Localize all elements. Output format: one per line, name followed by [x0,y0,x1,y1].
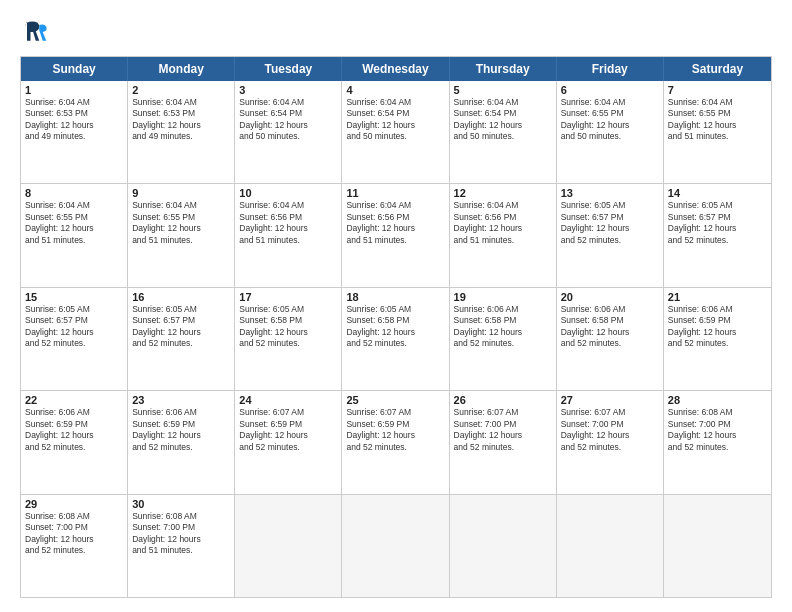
day-number: 8 [25,187,123,199]
day-number: 3 [239,84,337,96]
calendar-cell-2-5: 20Sunrise: 6:06 AMSunset: 6:58 PMDayligh… [557,288,664,390]
calendar-cell-2-0: 15Sunrise: 6:05 AMSunset: 6:57 PMDayligh… [21,288,128,390]
day-number: 26 [454,394,552,406]
calendar-cell-0-0: 1Sunrise: 6:04 AMSunset: 6:53 PMDaylight… [21,81,128,183]
day-number: 4 [346,84,444,96]
day-info: Sunrise: 6:05 AMSunset: 6:57 PMDaylight:… [668,200,767,246]
calendar-cell-3-5: 27Sunrise: 6:07 AMSunset: 7:00 PMDayligh… [557,391,664,493]
day-number: 11 [346,187,444,199]
day-info: Sunrise: 6:05 AMSunset: 6:57 PMDaylight:… [132,304,230,350]
day-number: 25 [346,394,444,406]
header-monday: Monday [128,57,235,81]
calendar-week-2: 15Sunrise: 6:05 AMSunset: 6:57 PMDayligh… [21,288,771,391]
calendar-cell-4-4 [450,495,557,597]
calendar-cell-2-2: 17Sunrise: 6:05 AMSunset: 6:58 PMDayligh… [235,288,342,390]
day-number: 10 [239,187,337,199]
calendar-cell-3-1: 23Sunrise: 6:06 AMSunset: 6:59 PMDayligh… [128,391,235,493]
day-number: 5 [454,84,552,96]
day-info: Sunrise: 6:08 AMSunset: 7:00 PMDaylight:… [668,407,767,453]
calendar-cell-4-3 [342,495,449,597]
calendar-cell-4-6 [664,495,771,597]
day-info: Sunrise: 6:07 AMSunset: 7:00 PMDaylight:… [561,407,659,453]
calendar: Sunday Monday Tuesday Wednesday Thursday… [20,56,772,598]
calendar-cell-1-6: 14Sunrise: 6:05 AMSunset: 6:57 PMDayligh… [664,184,771,286]
calendar-cell-1-0: 8Sunrise: 6:04 AMSunset: 6:55 PMDaylight… [21,184,128,286]
day-number: 16 [132,291,230,303]
day-number: 23 [132,394,230,406]
header-tuesday: Tuesday [235,57,342,81]
day-number: 30 [132,498,230,510]
header-saturday: Saturday [664,57,771,81]
calendar-cell-3-0: 22Sunrise: 6:06 AMSunset: 6:59 PMDayligh… [21,391,128,493]
calendar-cell-0-4: 5Sunrise: 6:04 AMSunset: 6:54 PMDaylight… [450,81,557,183]
day-number: 28 [668,394,767,406]
day-info: Sunrise: 6:04 AMSunset: 6:54 PMDaylight:… [239,97,337,143]
day-number: 6 [561,84,659,96]
calendar-cell-4-2 [235,495,342,597]
calendar-cell-1-2: 10Sunrise: 6:04 AMSunset: 6:56 PMDayligh… [235,184,342,286]
day-info: Sunrise: 6:05 AMSunset: 6:57 PMDaylight:… [561,200,659,246]
day-info: Sunrise: 6:04 AMSunset: 6:56 PMDaylight:… [454,200,552,246]
day-number: 17 [239,291,337,303]
calendar-cell-0-3: 4Sunrise: 6:04 AMSunset: 6:54 PMDaylight… [342,81,449,183]
day-number: 20 [561,291,659,303]
day-info: Sunrise: 6:04 AMSunset: 6:56 PMDaylight:… [239,200,337,246]
calendar-cell-1-5: 13Sunrise: 6:05 AMSunset: 6:57 PMDayligh… [557,184,664,286]
day-number: 24 [239,394,337,406]
day-info: Sunrise: 6:07 AMSunset: 6:59 PMDaylight:… [346,407,444,453]
day-info: Sunrise: 6:06 AMSunset: 6:58 PMDaylight:… [454,304,552,350]
day-info: Sunrise: 6:05 AMSunset: 6:58 PMDaylight:… [239,304,337,350]
calendar-cell-0-6: 7Sunrise: 6:04 AMSunset: 6:55 PMDaylight… [664,81,771,183]
calendar-cell-2-4: 19Sunrise: 6:06 AMSunset: 6:58 PMDayligh… [450,288,557,390]
calendar-cell-1-1: 9Sunrise: 6:04 AMSunset: 6:55 PMDaylight… [128,184,235,286]
day-number: 7 [668,84,767,96]
day-info: Sunrise: 6:05 AMSunset: 6:57 PMDaylight:… [25,304,123,350]
calendar-header: Sunday Monday Tuesday Wednesday Thursday… [21,57,771,81]
day-info: Sunrise: 6:07 AMSunset: 7:00 PMDaylight:… [454,407,552,453]
day-number: 14 [668,187,767,199]
calendar-cell-1-4: 12Sunrise: 6:04 AMSunset: 6:56 PMDayligh… [450,184,557,286]
calendar-cell-2-3: 18Sunrise: 6:05 AMSunset: 6:58 PMDayligh… [342,288,449,390]
calendar-week-0: 1Sunrise: 6:04 AMSunset: 6:53 PMDaylight… [21,81,771,184]
day-number: 9 [132,187,230,199]
day-number: 13 [561,187,659,199]
day-info: Sunrise: 6:04 AMSunset: 6:54 PMDaylight:… [454,97,552,143]
day-info: Sunrise: 6:04 AMSunset: 6:55 PMDaylight:… [561,97,659,143]
day-info: Sunrise: 6:06 AMSunset: 6:59 PMDaylight:… [132,407,230,453]
calendar-body: 1Sunrise: 6:04 AMSunset: 6:53 PMDaylight… [21,81,771,597]
day-info: Sunrise: 6:04 AMSunset: 6:55 PMDaylight:… [25,200,123,246]
header-thursday: Thursday [450,57,557,81]
calendar-page: Sunday Monday Tuesday Wednesday Thursday… [0,0,792,612]
day-number: 27 [561,394,659,406]
calendar-cell-3-6: 28Sunrise: 6:08 AMSunset: 7:00 PMDayligh… [664,391,771,493]
logo-icon [20,18,48,46]
header-friday: Friday [557,57,664,81]
day-number: 22 [25,394,123,406]
day-info: Sunrise: 6:04 AMSunset: 6:56 PMDaylight:… [346,200,444,246]
logo [20,18,52,46]
day-info: Sunrise: 6:04 AMSunset: 6:55 PMDaylight:… [132,200,230,246]
day-number: 15 [25,291,123,303]
calendar-cell-0-2: 3Sunrise: 6:04 AMSunset: 6:54 PMDaylight… [235,81,342,183]
day-number: 29 [25,498,123,510]
day-info: Sunrise: 6:04 AMSunset: 6:54 PMDaylight:… [346,97,444,143]
day-info: Sunrise: 6:04 AMSunset: 6:53 PMDaylight:… [25,97,123,143]
day-number: 2 [132,84,230,96]
day-number: 21 [668,291,767,303]
day-number: 12 [454,187,552,199]
day-info: Sunrise: 6:07 AMSunset: 6:59 PMDaylight:… [239,407,337,453]
calendar-cell-4-5 [557,495,664,597]
calendar-cell-4-0: 29Sunrise: 6:08 AMSunset: 7:00 PMDayligh… [21,495,128,597]
day-info: Sunrise: 6:08 AMSunset: 7:00 PMDaylight:… [132,511,230,557]
calendar-cell-3-2: 24Sunrise: 6:07 AMSunset: 6:59 PMDayligh… [235,391,342,493]
calendar-cell-2-6: 21Sunrise: 6:06 AMSunset: 6:59 PMDayligh… [664,288,771,390]
calendar-cell-0-1: 2Sunrise: 6:04 AMSunset: 6:53 PMDaylight… [128,81,235,183]
calendar-cell-2-1: 16Sunrise: 6:05 AMSunset: 6:57 PMDayligh… [128,288,235,390]
day-info: Sunrise: 6:05 AMSunset: 6:58 PMDaylight:… [346,304,444,350]
day-number: 1 [25,84,123,96]
header-wednesday: Wednesday [342,57,449,81]
day-number: 18 [346,291,444,303]
calendar-week-3: 22Sunrise: 6:06 AMSunset: 6:59 PMDayligh… [21,391,771,494]
day-info: Sunrise: 6:08 AMSunset: 7:00 PMDaylight:… [25,511,123,557]
day-info: Sunrise: 6:04 AMSunset: 6:53 PMDaylight:… [132,97,230,143]
